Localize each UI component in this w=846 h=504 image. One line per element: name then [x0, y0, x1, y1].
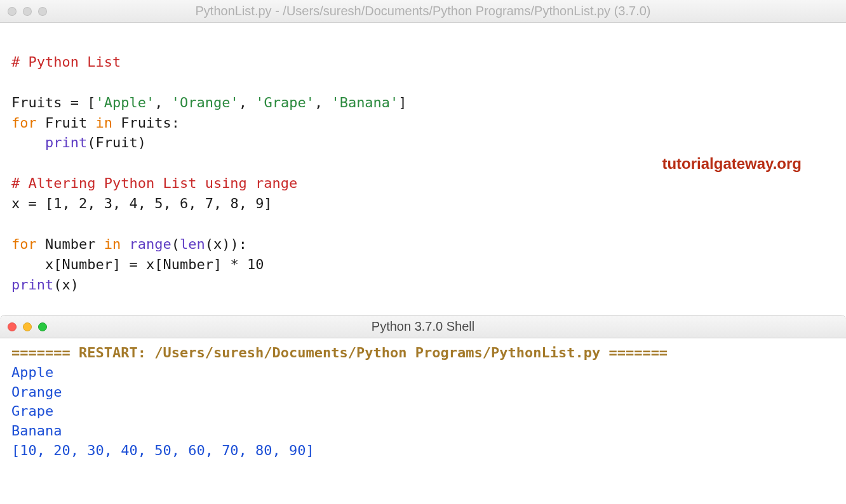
shell-restart-banner: ======= RESTART: /Users/suresh/Documents…	[11, 345, 668, 361]
editor-window: PythonList.py - /Users/suresh/Documents/…	[0, 0, 846, 315]
traffic-lights-inactive	[8, 7, 47, 16]
code-keyword: for	[11, 236, 37, 252]
code-token: )	[230, 236, 238, 252]
code-token: ]	[398, 95, 406, 110]
code-token: (	[53, 277, 62, 293]
code-keyword: for	[11, 115, 37, 131]
zoom-icon[interactable]	[38, 322, 47, 331]
watermark: tutorialgateway.org	[662, 153, 802, 175]
minimize-icon[interactable]	[23, 7, 32, 16]
code-token: [1, 2, 3, 4, 5, 6, 7, 8, 9]	[45, 196, 272, 211]
code-token: ,	[154, 95, 171, 110]
code-comment: # Python List	[11, 54, 121, 70]
shell-title: Python 3.7.0 Shell	[0, 319, 846, 334]
shell-line: Banana	[11, 423, 62, 439]
shell-line: Orange	[11, 384, 62, 400]
editor-titlebar[interactable]: PythonList.py - /Users/suresh/Documents/…	[0, 0, 846, 23]
code-builtin: print	[45, 135, 87, 150]
code-builtin: range	[129, 236, 171, 252]
code-token: )	[222, 236, 230, 252]
code-string: 'Grape'	[255, 95, 314, 110]
shell-line: Apple	[11, 364, 53, 380]
code-keyword: in	[95, 115, 112, 131]
shell-window: Python 3.7.0 Shell ======= RESTART: /Use…	[0, 315, 846, 466]
code-keyword: in	[104, 236, 121, 252]
code-token: [	[87, 95, 95, 110]
code-token: )	[70, 277, 79, 293]
code-token: (	[205, 236, 213, 252]
code-token: x[Number]	[45, 256, 121, 272]
code-token: Number	[45, 236, 95, 252]
shell-line: Grape	[11, 403, 53, 419]
code-token: x	[11, 196, 20, 211]
code-token: ,	[239, 95, 256, 110]
code-token: Fruit	[95, 135, 137, 150]
code-string: 'Orange'	[171, 95, 239, 110]
code-token: =	[62, 95, 87, 110]
code-token: (	[171, 236, 180, 252]
code-builtin: print	[11, 277, 53, 293]
code-editor[interactable]: # Python List Fruits = ['Apple', 'Orange…	[0, 23, 846, 315]
shell-output[interactable]: ======= RESTART: /Users/suresh/Documents…	[0, 338, 846, 466]
code-token: x	[62, 277, 70, 293]
shell-line: [10, 20, 30, 40, 50, 60, 70, 80, 90]	[11, 442, 314, 458]
code-token: =	[121, 256, 146, 272]
code-token: =	[20, 196, 45, 211]
code-token: ,	[314, 95, 332, 110]
code-token: :	[171, 115, 180, 131]
editor-title: PythonList.py - /Users/suresh/Documents/…	[0, 4, 846, 18]
code-builtin: len	[180, 236, 205, 252]
traffic-lights-active	[8, 322, 47, 331]
code-token: x	[213, 236, 222, 252]
code-token: Fruit	[45, 115, 87, 131]
close-icon[interactable]	[8, 7, 17, 16]
code-token: )	[138, 135, 146, 150]
code-token: (	[87, 135, 95, 150]
code-token: Fruits	[121, 115, 171, 131]
shell-titlebar[interactable]: Python 3.7.0 Shell	[0, 315, 846, 338]
code-comment: # Altering Python List using range	[11, 175, 297, 191]
code-string: 'Banana'	[331, 95, 398, 110]
zoom-icon[interactable]	[38, 7, 47, 16]
code-string: 'Apple'	[95, 95, 154, 110]
code-token: Fruits	[11, 95, 62, 110]
code-token: :	[239, 236, 247, 252]
minimize-icon[interactable]	[23, 322, 32, 331]
close-icon[interactable]	[8, 322, 17, 331]
code-token: x[Number] * 10	[146, 256, 264, 272]
